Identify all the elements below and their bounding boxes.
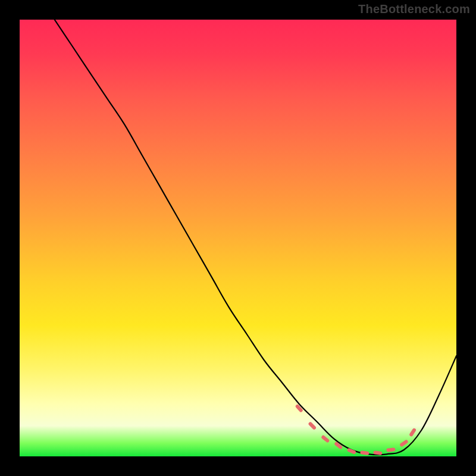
chart-frame: TheBottleneck.com xyxy=(0,0,476,476)
gradient-plot-area xyxy=(20,20,456,456)
watermark-text: TheBottleneck.com xyxy=(358,2,470,16)
